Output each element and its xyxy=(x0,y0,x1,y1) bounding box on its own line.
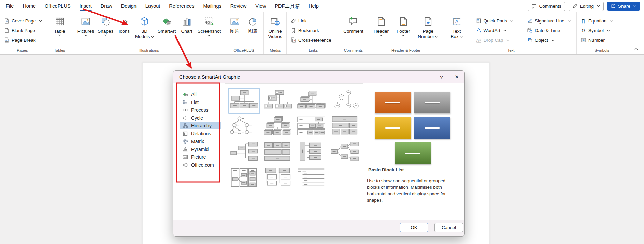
ribbon-group-illustrations: PicturesShapesIcons3DModelsSmartArtChart… xyxy=(74,12,224,54)
menu-item-mailings[interactable]: Mailings xyxy=(199,0,226,12)
menu-item-design[interactable]: Design xyxy=(117,0,141,12)
cover-page-icon xyxy=(4,18,10,24)
category-pyramid[interactable]: Pyramid xyxy=(180,145,221,153)
category-label: Process xyxy=(191,107,209,113)
wordart-button[interactable]: WordArt xyxy=(474,27,515,34)
gallery-item-name-title-organization-chart[interactable] xyxy=(262,88,294,114)
gallery-item-horizontal-organization-chart[interactable] xyxy=(228,140,260,166)
shapes-button[interactable]: Shapes xyxy=(96,13,115,48)
menu-item-file[interactable]: File xyxy=(1,0,18,12)
chart-button[interactable]: Chart xyxy=(178,13,195,48)
green-block xyxy=(395,142,431,164)
category-relations[interactable]: Relations... xyxy=(180,129,221,137)
menu-item-insert[interactable]: Insert xyxy=(75,0,96,12)
menu-item-draw[interactable]: Draw xyxy=(96,0,117,12)
menu-item-officeplus[interactable]: OfficePLUS xyxy=(40,0,75,12)
page-break-button[interactable]: Page Break xyxy=(2,36,43,44)
gallery-item-block-hierarchy-grid[interactable] xyxy=(262,140,294,166)
group-label-text: Text xyxy=(445,48,576,54)
comment-button[interactable]: Comment xyxy=(342,13,365,48)
smartart-button[interactable]: SmartArt xyxy=(156,13,177,48)
editing-button[interactable]: Editing xyxy=(569,2,604,11)
gallery-item-circle-picture-hierarchy[interactable] xyxy=(329,88,361,114)
category-hierarchy[interactable]: Hierarchy xyxy=(180,122,221,129)
category-list[interactable]: List xyxy=(180,98,221,106)
menu-item-home[interactable]: Home xyxy=(18,0,40,12)
footer-button[interactable]: Footer xyxy=(395,13,412,48)
close-button[interactable]: ✕ xyxy=(449,71,464,83)
item-button[interactable]: 图表 xyxy=(244,13,261,48)
gallery-item-horizontal-hierarchy[interactable] xyxy=(329,140,361,166)
menu-item-references[interactable]: References xyxy=(164,0,199,12)
menu-item-layout[interactable]: Layout xyxy=(141,0,165,12)
gallery-item-table-hierarchy-rows[interactable] xyxy=(295,114,327,140)
block-dash xyxy=(425,127,440,129)
text-box-button[interactable]: ATextBox xyxy=(448,13,465,48)
object-icon xyxy=(527,37,533,43)
share-button[interactable]: Share xyxy=(607,2,640,11)
gallery-item-half-circle-organization-chart[interactable] xyxy=(295,88,327,114)
gallery-item-table-hierarchy-blocks[interactable] xyxy=(329,114,361,140)
gallery-item-lined-list[interactable] xyxy=(295,166,327,192)
footer-label: Footer xyxy=(397,29,410,34)
gallery-item-labeled-hierarchy[interactable] xyxy=(262,114,294,140)
signature-line-button[interactable]: Signature Line xyxy=(526,17,572,25)
category-office-com[interactable]: Office.com xyxy=(180,161,221,169)
category-matrix[interactable]: Matrix xyxy=(180,137,221,145)
collapse-ribbon-button[interactable] xyxy=(633,46,639,53)
item-button[interactable]: 图片 xyxy=(226,13,243,48)
3d-models-icon xyxy=(139,14,149,29)
link-button[interactable]: Link xyxy=(289,17,333,25)
cancel-button[interactable]: Cancel xyxy=(434,223,463,232)
icons-button[interactable]: Icons xyxy=(116,13,133,48)
wordart-icon xyxy=(476,28,482,33)
chevron-down-icon xyxy=(39,20,42,22)
pictures-button[interactable]: Pictures xyxy=(76,13,96,48)
category-all[interactable]: All xyxy=(180,90,221,98)
cover-page-button[interactable]: Cover Page xyxy=(2,17,43,25)
chevron-down-icon xyxy=(551,39,554,41)
header-icon xyxy=(376,14,386,29)
comments-button[interactable]: Comments xyxy=(528,2,565,11)
group-label-officeplus: OfficePLUS xyxy=(224,48,263,54)
menu-item-view[interactable]: View xyxy=(251,0,270,12)
symbol-button[interactable]: ΩSymbol xyxy=(579,27,614,34)
item-label: 图片 xyxy=(230,29,239,34)
gallery-item-architecture-layout[interactable] xyxy=(262,166,294,192)
header-button[interactable]: Header xyxy=(372,13,390,48)
bookmark-label: Bookmark xyxy=(298,28,319,33)
date-time-button[interactable]: Date & Time xyxy=(526,27,572,34)
blue-block xyxy=(414,117,450,139)
gallery-item-column-hierarchy[interactable] xyxy=(228,166,260,192)
number-button[interactable]: #Number xyxy=(579,36,614,44)
gallery-item-organization-chart[interactable] xyxy=(228,88,260,114)
category-cycle[interactable]: Cycle xyxy=(180,114,221,122)
category-label: List xyxy=(191,100,199,105)
gold-block xyxy=(375,117,411,139)
equation-button[interactable]: ∏Equation xyxy=(579,17,614,25)
gallery-item-vertical-accent-list[interactable] xyxy=(295,140,327,166)
category-list: AllListProcessCycleHierarchyRelations...… xyxy=(173,83,225,220)
bookmark-button[interactable]: Bookmark xyxy=(289,27,333,34)
blank-page-label: Blank Page xyxy=(12,28,35,33)
object-button[interactable]: Object xyxy=(526,36,572,44)
chevron-down-icon xyxy=(84,34,87,38)
table-button[interactable]: Table xyxy=(51,13,68,48)
screenshot-button[interactable]: Screenshot xyxy=(196,13,222,48)
3d-models-button[interactable]: 3DModels xyxy=(134,13,156,48)
quick-parts-button[interactable]: Quick Parts xyxy=(474,17,515,25)
category-picture[interactable]: Picture xyxy=(180,153,221,161)
gallery-item-hierarchy-circles[interactable] xyxy=(228,114,260,140)
ok-button[interactable]: OK xyxy=(400,223,428,232)
menu-item-help[interactable]: Help xyxy=(304,0,323,12)
signature-line-label: Signature Line xyxy=(535,18,564,24)
help-button[interactable]: ? xyxy=(434,71,449,83)
category-label: Cycle xyxy=(191,115,203,121)
page-number-button[interactable]: #PageNumber xyxy=(416,13,440,48)
blank-page-button[interactable]: Blank Page xyxy=(2,27,43,34)
menu-item-pdf[interactable]: PDF工具箱 xyxy=(270,0,304,12)
online-videos-button[interactable]: OnlineVideos xyxy=(267,13,284,48)
menu-item-review[interactable]: Review xyxy=(226,0,251,12)
category-process[interactable]: Process xyxy=(180,106,221,114)
cross-reference-button[interactable]: Cross-reference xyxy=(289,36,333,44)
